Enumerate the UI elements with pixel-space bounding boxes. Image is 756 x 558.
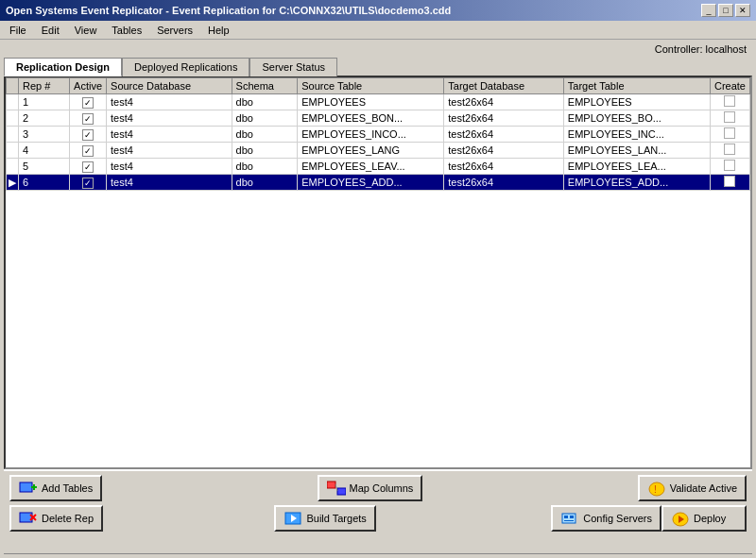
col-header-source-table[interactable]: Source Table — [298, 78, 444, 94]
add-tables-button[interactable]: Add Tables — [9, 475, 102, 501]
cell-create[interactable] — [710, 94, 749, 110]
cell-rep: 2 — [19, 110, 70, 127]
config-servers-icon — [560, 510, 579, 527]
cell-active[interactable] — [70, 127, 107, 143]
cell-target-db: test26x64 — [444, 110, 564, 127]
add-tables-icon — [19, 480, 38, 497]
cell-create[interactable] — [710, 110, 749, 127]
build-targets-icon — [284, 510, 302, 527]
build-targets-button[interactable]: Build Targets — [274, 505, 375, 532]
cell-rep: 6 — [19, 175, 70, 191]
cell-create[interactable] — [710, 143, 749, 159]
cell-schema: dbo — [232, 127, 298, 143]
map-columns-button[interactable]: Map Columns — [318, 475, 423, 501]
cell-source-db: test4 — [107, 159, 232, 175]
cell-source-table: EMPLOYEES_BON... — [298, 110, 444, 127]
map-columns-icon — [327, 480, 346, 497]
tab-bar: Replication Design Deployed Replications… — [4, 57, 752, 76]
table-wrapper: Rep # Active Source Database Schema Sour… — [6, 77, 750, 467]
tab-deployed-replications[interactable]: Deployed Replications — [122, 58, 249, 76]
cell-active[interactable] — [70, 159, 107, 175]
cell-target-table: EMPLOYEES_INC... — [563, 127, 710, 143]
cell-target-table: EMPLOYEES_ADD... — [563, 175, 710, 191]
config-servers-button[interactable]: Config Servers — [551, 505, 662, 532]
cell-target-table: EMPLOYEES_LEA... — [563, 159, 710, 175]
cell-source-table: EMPLOYEES_LEAV... — [298, 159, 444, 175]
cell-source-db: test4 — [107, 143, 232, 159]
cell-schema: dbo — [232, 175, 298, 191]
svg-point-6 — [649, 482, 664, 496]
menu-help[interactable]: Help — [202, 24, 235, 37]
cell-schema: dbo — [232, 143, 298, 159]
cell-source-db: test4 — [107, 110, 232, 127]
col-header-target-table[interactable]: Target Table — [563, 78, 710, 94]
table-row[interactable]: ▶6test4dboEMPLOYEES_ADD...test26x64EMPLO… — [7, 175, 750, 191]
menu-servers[interactable]: Servers — [151, 24, 198, 37]
svg-rect-15 — [570, 516, 574, 518]
cell-target-db: test26x64 — [444, 143, 564, 159]
cell-target-db: test26x64 — [444, 94, 564, 110]
svg-rect-14 — [564, 516, 568, 518]
tab-server-status[interactable]: Server Status — [249, 58, 337, 76]
tab-replication-design[interactable]: Replication Design — [4, 58, 122, 76]
table-row[interactable]: 2test4dboEMPLOYEES_BON...test26x64EMPLOY… — [7, 110, 750, 127]
minimize-button[interactable]: _ — [701, 4, 716, 17]
cell-rep: 5 — [19, 159, 70, 175]
svg-rect-4 — [337, 488, 346, 495]
table-row[interactable]: 1test4dboEMPLOYEEStest26x64EMPLOYEES — [7, 94, 750, 110]
delete-rep-button[interactable]: Delete Rep — [9, 505, 103, 532]
col-header-active[interactable]: Active — [70, 78, 107, 94]
menu-file[interactable]: File — [4, 24, 32, 37]
cell-target-table: EMPLOYEES — [563, 94, 710, 110]
close-button[interactable]: ✕ — [735, 4, 750, 17]
validate-active-label: Validate Active — [670, 482, 737, 494]
row-indicator — [7, 159, 19, 175]
cell-create[interactable] — [710, 159, 749, 175]
delete-rep-icon — [19, 510, 38, 527]
menu-view[interactable]: View — [69, 24, 103, 37]
row-indicator: ▶ — [7, 175, 19, 191]
table-row[interactable]: 4test4dboEMPLOYEES_LANGtest26x64EMPLOYEE… — [7, 143, 750, 159]
replication-table: Rep # Active Source Database Schema Sour… — [6, 77, 750, 191]
deploy-button[interactable]: Deploy — [662, 505, 747, 532]
cell-source-table: EMPLOYEES_INCO... — [298, 127, 444, 143]
table-row[interactable]: 5test4dboEMPLOYEES_LEAV...test26x64EMPLO… — [7, 159, 750, 175]
deploy-icon — [671, 510, 690, 527]
col-header-schema[interactable]: Schema — [232, 78, 298, 94]
menu-tables[interactable]: Tables — [106, 24, 147, 37]
cell-active[interactable] — [70, 175, 107, 191]
validate-active-button[interactable]: ! Validate Active — [638, 475, 747, 501]
window-title: Open Systems Event Replicator - Event Re… — [6, 5, 451, 16]
row-indicator — [7, 110, 19, 127]
build-targets-label: Build Targets — [306, 513, 366, 524]
cell-active[interactable] — [70, 94, 107, 110]
map-columns-label: Map Columns — [350, 482, 414, 494]
add-tables-label: Add Tables — [42, 482, 93, 494]
cell-create[interactable] — [710, 127, 749, 143]
menu-edit[interactable]: Edit — [36, 24, 65, 37]
config-servers-label: Config Servers — [583, 513, 652, 524]
cell-target-db: test26x64 — [444, 159, 564, 175]
deploy-label: Deploy — [694, 513, 726, 524]
cell-target-db: test26x64 — [444, 127, 564, 143]
col-header-source-db[interactable]: Source Database — [107, 78, 232, 94]
maximize-button[interactable]: □ — [718, 4, 733, 17]
cell-source-table: EMPLOYEES_LANG — [298, 143, 444, 159]
row-indicator — [7, 143, 19, 159]
title-bar: Open Systems Event Replicator - Event Re… — [0, 0, 756, 21]
svg-rect-3 — [327, 482, 335, 488]
table-row[interactable]: 3test4dboEMPLOYEES_INCO...test26x64EMPLO… — [7, 127, 750, 143]
col-header-rep[interactable]: Rep # — [19, 78, 70, 94]
svg-text:!: ! — [654, 484, 657, 495]
cell-create[interactable] — [710, 175, 749, 191]
col-header-target-db[interactable]: Target Database — [444, 78, 564, 94]
cell-active[interactable] — [70, 110, 107, 127]
cell-active[interactable] — [70, 143, 107, 159]
content-area: Rep # Active Source Database Schema Sour… — [4, 76, 752, 469]
cell-target-db: test26x64 — [444, 175, 564, 191]
svg-rect-8 — [20, 513, 32, 522]
cell-source-table: EMPLOYEES_ADD... — [298, 175, 444, 191]
cell-source-db: test4 — [107, 94, 232, 110]
cell-schema: dbo — [232, 110, 298, 127]
col-header-create[interactable]: Create — [710, 78, 749, 94]
